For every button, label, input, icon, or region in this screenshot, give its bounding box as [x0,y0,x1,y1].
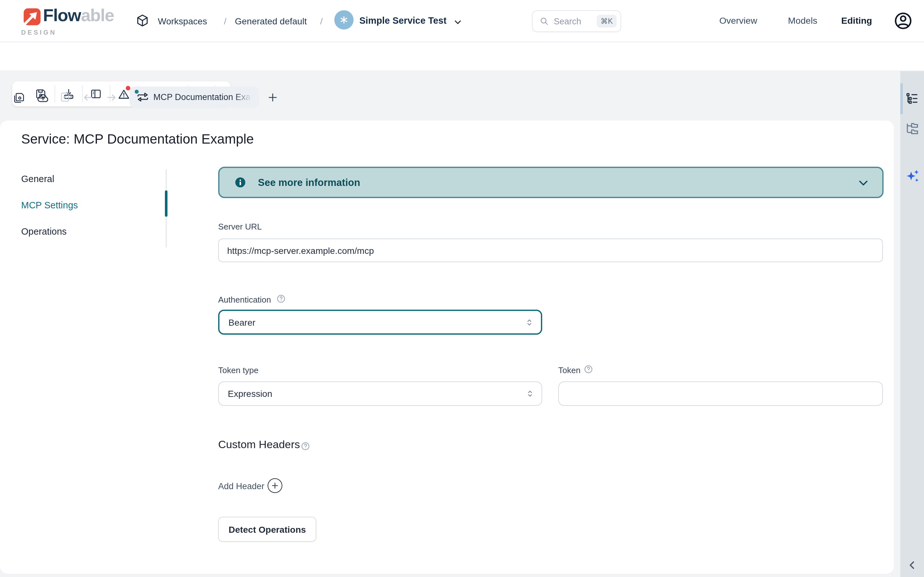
logo-subtitle: DESIGN [21,29,57,36]
sidebar-item-general[interactable]: General [21,174,54,184]
search-shortcut-badge: ⌘K [597,15,617,27]
nav-models[interactable]: Models [788,15,817,26]
select-updown-icon [525,388,535,399]
right-rail [900,71,924,577]
flowable-logo-icon[interactable] [21,8,41,27]
breadcrumb-folder[interactable]: Generated default [235,16,307,26]
close-model-icon [60,92,71,103]
see-more-information-banner[interactable]: See more information [218,167,884,198]
token-input[interactable] [558,382,883,406]
logo-flow: Flow [43,6,81,25]
token-type-select[interactable]: Expression [218,382,542,406]
breadcrumb-separator: / [224,16,226,26]
side-nav-active-indicator [165,190,167,217]
rail-scroll-indicator [900,83,903,114]
validation-warning-icon[interactable] [118,88,130,101]
token-label: Token [558,366,580,375]
nav-editing[interactable]: Editing [841,15,872,26]
user-avatar-icon[interactable] [893,11,913,31]
authentication-help-icon[interactable] [276,294,286,303]
search-icon [540,17,549,26]
folder-tree-icon[interactable] [905,122,919,137]
server-url-input[interactable] [218,239,883,262]
model-chevron-down-icon[interactable] [453,17,463,27]
model-avatar-asterisk-icon [334,10,354,29]
authentication-label: Authentication [218,295,271,305]
add-header-label: Add Header [218,482,264,491]
breadcrumb-workspaces[interactable]: Workspaces [158,16,207,26]
publish-cloud-upload-icon[interactable] [37,92,49,105]
page-title: Service: MCP Documentation Example [21,131,254,147]
search-placeholder: Search [554,16,582,26]
breadcrumb-separator-2: / [320,16,323,26]
tab-mcp-documentation-example[interactable]: MCP Documentation Example [129,87,259,108]
sidebar-item-operations[interactable]: Operations [21,226,67,237]
info-icon [235,177,246,188]
flowable-logo-text[interactable]: Flowable [43,6,114,26]
tab-label: MCP Documentation Example [153,92,255,102]
save-all-icon[interactable] [13,92,25,104]
tree-list-icon[interactable] [905,92,919,106]
token-help-icon[interactable] [584,365,593,374]
nav-overview[interactable]: Overview [719,15,757,26]
token-type-label: Token type [218,366,258,375]
banner-chevron-down-icon[interactable] [857,177,869,189]
token-type-value: Expression [228,388,272,399]
banner-text: See more information [258,177,360,188]
redo-forward-arrow-icon [106,92,118,103]
search-input[interactable]: Search ⌘K [532,10,621,32]
authentication-select[interactable]: Bearer [218,309,542,335]
logo-able: able [81,6,114,25]
collapse-chevron-left-icon[interactable] [907,560,918,571]
server-url-label: Server URL [218,222,262,231]
service-model-icon [136,92,150,102]
select-updown-icon [524,317,535,327]
top-navbar: Flowable DESIGN Workspaces / Generated d… [0,0,924,42]
model-tab-strip: MCP Documentation Example [0,42,924,71]
ai-sparkles-icon[interactable] [905,168,921,184]
sidebar-item-mcp-settings[interactable]: MCP Settings [21,200,78,210]
authentication-value: Bearer [228,317,255,327]
custom-headers-help-icon[interactable] [301,442,310,451]
new-tab-plus-icon[interactable] [267,92,278,103]
custom-headers-heading: Custom Headers [218,438,300,451]
flowable-design-app: Flowable DESIGN Workspaces / Generated d… [0,0,924,577]
undo-back-arrow-icon [82,92,94,103]
workspace-cube-icon [136,13,150,27]
breadcrumb-model-name[interactable]: Simple Service Test [359,15,447,26]
add-header-plus-button[interactable] [268,478,282,493]
detect-operations-button[interactable]: Detect Operations [218,517,317,542]
toolbar-divider [55,85,55,103]
